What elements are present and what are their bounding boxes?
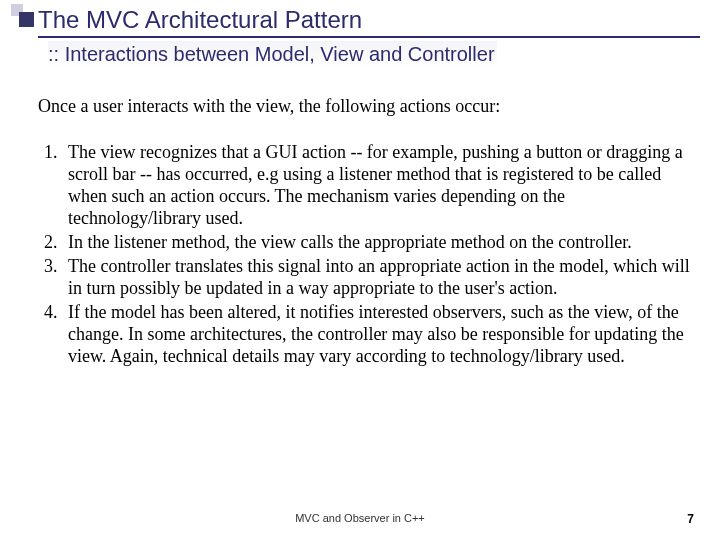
list-item: The view recognizes that a GUI action --… <box>62 141 702 229</box>
page-number: 7 <box>687 512 694 526</box>
list-item: If the model has been altered, it notifi… <box>62 301 702 367</box>
list-item-text: The view recognizes that a GUI action --… <box>68 142 683 228</box>
slide: The MVC Architectural Pattern :: Interac… <box>0 0 720 540</box>
header: The MVC Architectural Pattern :: Interac… <box>0 0 720 69</box>
list-item-text: If the model has been altered, it notifi… <box>68 302 684 366</box>
ordered-list: The view recognizes that a GUI action --… <box>62 141 702 367</box>
list-item: In the listener method, the view calls t… <box>62 231 702 253</box>
list-item-text: The controller translates this signal in… <box>68 256 690 298</box>
footer-text: MVC and Observer in C++ <box>0 512 720 524</box>
intro-text: Once a user interacts with the view, the… <box>38 95 720 117</box>
title-underline <box>38 36 700 38</box>
list-item-text: In the listener method, the view calls t… <box>68 232 632 252</box>
decorative-square-icon <box>19 12 34 27</box>
slide-subtitle: :: Interactions between Model, View and … <box>48 41 497 69</box>
list-item: The controller translates this signal in… <box>62 255 702 299</box>
slide-title: The MVC Architectural Pattern <box>38 6 720 34</box>
